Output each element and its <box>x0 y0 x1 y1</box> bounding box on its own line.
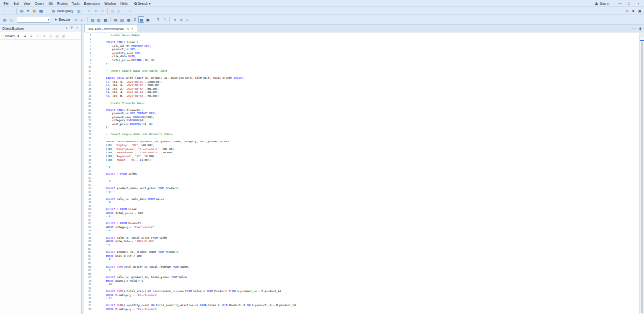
code-text: --7 <box>106 243 111 247</box>
search-box[interactable]: Search ▾ <box>134 1 150 5</box>
increase-indent-icon[interactable]: » <box>178 16 184 23</box>
refresh-icon[interactable]: ↻ <box>35 33 41 39</box>
menu-edit[interactable]: Edit <box>11 0 21 6</box>
menu-extensions[interactable]: Extensions <box>82 0 102 6</box>
tab-close-icon[interactable]: × <box>131 26 135 32</box>
comment-icon[interactable]: ¶ <box>155 16 161 23</box>
reports-icon[interactable]: ▥ <box>55 33 60 39</box>
feedback-icon[interactable]: ☺ <box>624 8 630 14</box>
menu-tools[interactable]: Tools <box>70 0 82 6</box>
close-panel-icon[interactable]: × <box>75 25 79 32</box>
tabrow-right-icons: ⋯✽ <box>631 25 644 32</box>
code-text: WHERE P.category = 'Electronics' <box>106 293 158 297</box>
script-icon[interactable]: ▤ <box>48 33 53 39</box>
results-to-text-icon[interactable]: ≡ <box>132 16 138 23</box>
new-query-label: New Query <box>57 9 73 13</box>
code-text: -- Create Sales table <box>106 34 140 37</box>
sign-in-button[interactable]: Sign in <box>595 1 613 5</box>
pin-icon[interactable]: ⊤ <box>70 25 74 32</box>
save-icon[interactable]: ▦ <box>38 8 44 14</box>
separator <box>169 17 170 22</box>
tab-state-icon[interactable]: ↻ <box>126 26 130 32</box>
change-connection-icon[interactable]: ▥ <box>8 16 14 23</box>
include-client-statistics-icon[interactable]: ▦ <box>126 16 131 23</box>
menu-help[interactable]: Help <box>118 0 129 6</box>
decrease-indent-icon[interactable]: « <box>172 16 178 23</box>
new-query-button[interactable]: ▤ New Query <box>48 7 75 14</box>
connect-database-icon[interactable]: ▤ <box>2 16 8 23</box>
separator <box>110 17 111 22</box>
toolbar-overflow-icon[interactable]: ⋯ <box>185 16 191 23</box>
include-actual-plan-icon[interactable]: ▥ <box>119 16 125 23</box>
code-text: SELECT product_name, unit_price FROM Pro… <box>106 186 179 190</box>
code-text: -- Insert sample data into Products tabl… <box>106 133 172 137</box>
full-screen-icon[interactable]: ▨ <box>116 8 122 14</box>
intellisense-enabled-icon[interactable]: ▤ <box>113 16 118 23</box>
live-query-statistics-icon[interactable]: ▨ <box>96 16 102 23</box>
editor-settings-icon[interactable]: ✽ <box>638 25 643 32</box>
results-to-file-icon[interactable]: ▣ <box>145 16 151 23</box>
menu-project[interactable]: Project <box>55 0 70 6</box>
connection-status-icon[interactable]: ▣ <box>637 8 643 14</box>
execute-button[interactable]: Execute <box>53 16 72 23</box>
window-position-icon[interactable]: ▾ <box>64 25 69 32</box>
toolbar1-icons-a: ←→▤▾▣▦ <box>2 8 48 14</box>
forward-icon[interactable]: → <box>8 8 14 14</box>
toolbar2-icons-a: ▤▥ <box>2 16 14 23</box>
uncomment-icon[interactable]: ¶ <box>162 16 167 23</box>
editor-tab-strip: Task 4.sql - not connected ↻× ⋯✽ <box>84 25 644 32</box>
feedback-dropdown-icon[interactable]: ▾ <box>630 8 636 14</box>
close-icon[interactable]: × <box>634 0 643 6</box>
new-file-icon[interactable]: ▤ <box>19 8 24 14</box>
object-explorer-tree[interactable] <box>0 40 81 314</box>
database-combobox[interactable] <box>17 17 50 23</box>
connect-dropdown-icon[interactable]: ▾ <box>16 33 21 39</box>
code-text: --1 <box>106 165 111 169</box>
database-input[interactable] <box>17 18 50 21</box>
scrollbar-thumb[interactable] <box>641 42 643 313</box>
toolbar-overflow-icon[interactable]: ⋯ <box>126 8 132 14</box>
display-estimated-plan-icon[interactable]: ▧ <box>90 16 95 23</box>
tab-overflow-icon[interactable]: ⋯ <box>631 25 637 32</box>
connect-button[interactable]: Connect <box>1 32 16 39</box>
stop-icon[interactable]: ■ <box>29 33 34 39</box>
code-line[interactable]: 78WHERE P.category = 'Electronics' <box>84 308 639 311</box>
code-text: --9 <box>106 268 111 272</box>
query-options-icon[interactable]: ▩ <box>102 16 108 23</box>
properties-icon[interactable]: ▦ <box>61 33 66 39</box>
search-label: Search <box>138 1 148 5</box>
menu-git[interactable]: Git <box>46 0 55 6</box>
maximize-icon[interactable]: □ <box>625 0 634 6</box>
parse-icon[interactable]: ✓ <box>79 16 85 23</box>
object-explorer-toolbar: Connect ▾⇥■↻▼▤▥▦ <box>0 32 81 40</box>
menu-view[interactable]: View <box>21 0 33 6</box>
menu-window[interactable]: Window <box>102 0 118 6</box>
minimize-icon[interactable]: — <box>616 0 625 6</box>
new-query-current-connection-icon[interactable]: ▥ <box>76 8 82 14</box>
vertical-scrollbar[interactable] <box>639 33 644 314</box>
code-text: -- Create Products table <box>106 101 145 105</box>
editor-split-handle[interactable] <box>640 33 644 37</box>
results-to-grid-icon[interactable]: ▦ <box>138 16 144 23</box>
menu-file[interactable]: File <box>1 0 11 6</box>
undo-icon[interactable]: ↶ <box>86 8 92 14</box>
editor-panel: Task 4.sql - not connected ↻× ⋯✽ 1-- Cre… <box>84 25 644 314</box>
open-file-icon[interactable]: ▣ <box>32 8 37 14</box>
code-text: -- Insert sample data into Sales table <box>106 69 167 73</box>
back-icon[interactable]: ← <box>2 8 8 14</box>
redo-icon[interactable]: ↷ <box>99 8 105 14</box>
code-text: WHERE total_price > 100 <box>106 211 143 215</box>
undo-dropdown-icon[interactable]: ▾ <box>93 8 99 14</box>
new-file-dropdown-icon[interactable]: ▾ <box>25 8 31 14</box>
separator <box>107 8 108 14</box>
disconnect-icon[interactable]: ⇥ <box>23 33 28 39</box>
code-editor[interactable]: 1-- Create Sales table23CREATE TABLE Sal… <box>84 32 644 314</box>
editor-tab[interactable]: Task 4.sql - not connected ↻× <box>84 25 137 32</box>
connect-label: Connect <box>3 34 15 38</box>
main-area: Object Explorer ▾⊤× Connect ▾⇥■↻▼▤▥▦ Tas… <box>0 25 644 314</box>
cancel-query-icon[interactable]: ■ <box>73 16 79 23</box>
filter-icon[interactable]: ▼ <box>42 33 47 39</box>
code-text: --8 <box>106 257 111 261</box>
menu-query[interactable]: Query <box>33 0 46 6</box>
activity-monitor-icon[interactable]: ▧ <box>109 8 115 14</box>
